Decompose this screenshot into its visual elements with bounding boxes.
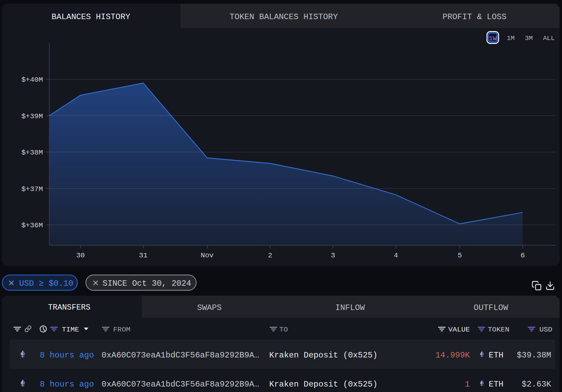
svg-text:TOKEN: TOKEN bbox=[488, 326, 509, 334]
svg-text:VALUE: VALUE bbox=[448, 326, 470, 334]
svg-text:Kraken Deposit (0x525): Kraken Deposit (0x525) bbox=[269, 380, 378, 389]
svg-text:0xA60C073eaA1bdC3F56aF8a9292B9: 0xA60C073eaA1bdC3F56aF8a9292B9A… bbox=[102, 380, 259, 389]
svg-text:FROM: FROM bbox=[113, 326, 130, 334]
svg-text:TIME: TIME bbox=[62, 326, 79, 334]
svg-text:8 hours ago: 8 hours ago bbox=[40, 380, 94, 389]
svg-text:1W: 1W bbox=[489, 35, 497, 42]
svg-text:SINCE Oct 30, 2024: SINCE Oct 30, 2024 bbox=[103, 279, 191, 288]
svg-text:$+36M: $+36M bbox=[21, 221, 43, 229]
svg-text:Kraken Deposit (0x525): Kraken Deposit (0x525) bbox=[269, 351, 378, 360]
svg-text:1M: 1M bbox=[507, 35, 515, 42]
svg-text:ETH: ETH bbox=[489, 380, 504, 389]
svg-text:0xA60C073eaA1bdC3F56aF8a9292B9: 0xA60C073eaA1bdC3F56aF8a9292B9A… bbox=[102, 351, 259, 360]
svg-text:$+38M: $+38M bbox=[21, 149, 43, 157]
svg-text:2: 2 bbox=[268, 252, 272, 259]
svg-text:USD ≥ $0.10: USD ≥ $0.10 bbox=[19, 279, 73, 288]
svg-text:3M: 3M bbox=[525, 35, 533, 42]
svg-text:8 hours ago: 8 hours ago bbox=[40, 351, 94, 360]
svg-text:TO: TO bbox=[279, 326, 288, 334]
svg-text:4: 4 bbox=[394, 252, 398, 259]
svg-text:SWAPS: SWAPS bbox=[197, 303, 222, 312]
svg-text:1: 1 bbox=[465, 380, 470, 389]
svg-text:5: 5 bbox=[458, 252, 462, 259]
svg-text:$+40M: $+40M bbox=[21, 76, 43, 84]
svg-text:14.999K: 14.999K bbox=[436, 351, 470, 360]
svg-text:INFLOW: INFLOW bbox=[335, 303, 365, 312]
svg-text:$2.63K: $2.63K bbox=[522, 380, 551, 389]
svg-text:USD: USD bbox=[539, 326, 552, 334]
svg-text:3: 3 bbox=[331, 252, 335, 259]
svg-text:$39.38M: $39.38M bbox=[517, 351, 551, 360]
svg-text:PROFIT & LOSS: PROFIT & LOSS bbox=[442, 12, 506, 22]
svg-text:$+39M: $+39M bbox=[21, 112, 43, 120]
svg-text:30: 30 bbox=[76, 252, 85, 259]
svg-text:6: 6 bbox=[521, 252, 525, 259]
svg-text:TRANSFERS: TRANSFERS bbox=[48, 303, 90, 312]
svg-text:TOKEN BALANCES HISTORY: TOKEN BALANCES HISTORY bbox=[230, 12, 338, 22]
svg-text:ALL: ALL bbox=[543, 35, 554, 42]
svg-text:31: 31 bbox=[139, 252, 147, 259]
svg-text:$+37M: $+37M bbox=[21, 185, 43, 193]
svg-text:ETH: ETH bbox=[489, 351, 504, 360]
svg-text:Nov: Nov bbox=[201, 252, 214, 259]
svg-text:BALANCES HISTORY: BALANCES HISTORY bbox=[52, 12, 130, 22]
svg-text:OUTFLOW: OUTFLOW bbox=[474, 303, 508, 312]
